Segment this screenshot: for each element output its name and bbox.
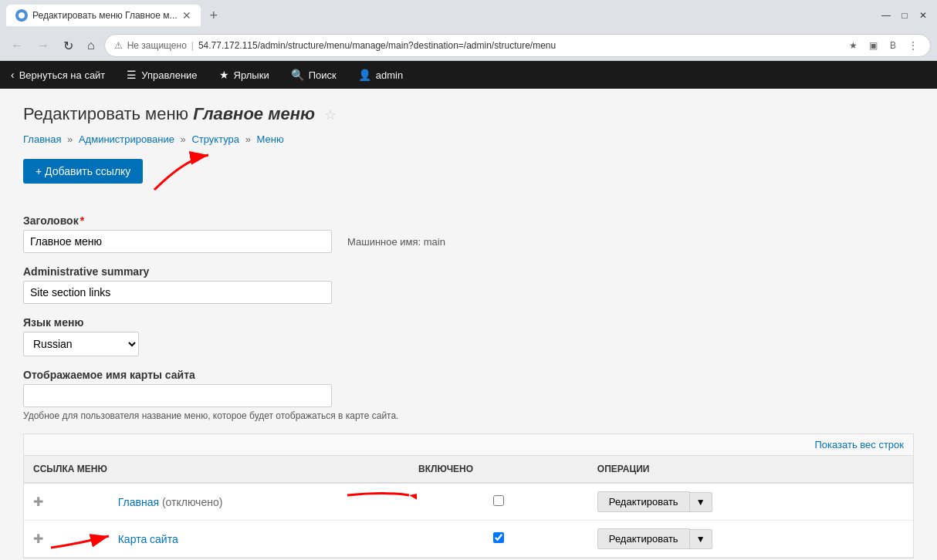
sitemap-input[interactable] (23, 384, 332, 407)
table-body: ✚ Главная (отключено) (24, 483, 913, 558)
title-input[interactable] (23, 230, 332, 253)
edit-dropdown-button-1[interactable]: ▼ (690, 492, 712, 512)
nav-user[interactable]: 👤 admin (347, 61, 414, 89)
profile-icon[interactable]: B (885, 38, 901, 53)
menu-link-sitemap[interactable]: Карта сайта (118, 533, 178, 545)
user-label: admin (376, 69, 403, 81)
tab-favicon (15, 9, 28, 22)
window-controls: — □ ✕ (878, 8, 931, 23)
breadcrumb: Главная » Администрирование » Структура … (23, 133, 914, 145)
form-group-sitemap: Отображаемое имя карты сайта Удобное для… (23, 369, 914, 421)
browser-tabs: Редактировать меню Главное м... ✕ + (6, 5, 224, 26)
table-row: ✚ Карта сайта (24, 521, 913, 558)
nav-manage[interactable]: ☰ Управление (116, 61, 208, 89)
breadcrumb-separator-3: » (245, 133, 254, 145)
browser-forward-button[interactable]: → (32, 35, 54, 56)
browser-reload-button[interactable]: ↻ (59, 35, 78, 56)
table-header: ССЫЛКА МЕНЮ ВКЛЮЧЕНО ОПЕРАЦИИ (24, 456, 913, 483)
shortcuts-icon: ★ (219, 69, 229, 81)
link-cell-2: Карта сайта (109, 521, 409, 558)
language-select[interactable]: Russian English (23, 332, 139, 356)
back-icon: ‹ (11, 69, 15, 81)
manage-icon: ☰ (127, 69, 137, 81)
browser-titlebar: Редактировать меню Главное м... ✕ + — □ … (0, 0, 937, 31)
table-row: ✚ Главная (отключено) (24, 483, 913, 521)
nav-shortcuts[interactable]: ★ Ярлыки (208, 61, 280, 89)
breadcrumb-admin[interactable]: Администрирование (79, 133, 174, 145)
favorite-star-icon[interactable]: ☆ (324, 107, 337, 123)
machine-name-label: Машинное имя: main (347, 236, 445, 248)
menu-link-home[interactable]: Главная (118, 496, 159, 508)
add-link-button[interactable]: + Добавить ссылку (23, 159, 143, 184)
drag-handle-icon-2[interactable]: ✚ (33, 532, 43, 545)
breadcrumb-separator-1: » (67, 133, 76, 145)
edit-btn-group-2: Редактировать ▼ (597, 528, 904, 549)
show-weights-link[interactable]: Показать вес строк (814, 439, 904, 450)
new-tab-button[interactable]: + (204, 6, 225, 25)
page-content: Редактировать меню Главное меню ☆ Главна… (0, 89, 937, 560)
summary-input[interactable] (23, 281, 332, 304)
add-link-section: + Добавить ссылку (23, 159, 143, 199)
col-ops-header: ОПЕРАЦИИ (588, 456, 913, 483)
col-link-header: ССЫЛКА МЕНЮ (24, 456, 409, 483)
form-group-title: Заголовок* Машинное имя: main (23, 214, 914, 253)
enabled-cell-2 (409, 521, 588, 558)
search-label: Поиск (309, 69, 337, 81)
link-cell-1: Главная (отключено) (109, 483, 409, 521)
bookmark-icon[interactable]: ★ (845, 38, 861, 53)
address-bar[interactable]: ⚠ Не защищено | 54.77.172.115/admin/stru… (104, 34, 931, 57)
enabled-checkbox-2[interactable] (493, 532, 504, 543)
extension-icon[interactable]: ▣ (865, 38, 881, 53)
window-maximize-button[interactable]: □ (897, 8, 912, 23)
browser-home-button[interactable]: ⌂ (83, 35, 100, 56)
window-minimize-button[interactable]: — (878, 8, 894, 23)
page-title-menu-name: Главное меню (193, 104, 315, 123)
sitemap-field-label: Отображаемое имя карты сайта (23, 369, 914, 381)
window-close-button[interactable]: ✕ (915, 8, 931, 23)
edit-button-2[interactable]: Редактировать (597, 528, 690, 549)
nav-back-to-site[interactable]: ‹ Вернуться на сайт (0, 61, 116, 89)
page-title-static: Редактировать меню (23, 104, 188, 123)
drag-handle-cell-1: ✚ (24, 483, 109, 521)
link-disabled-label-1: (отключено) (162, 496, 222, 508)
enabled-cell-1 (409, 483, 588, 521)
ops-cell-1: Редактировать ▼ (588, 483, 913, 521)
shortcuts-label: Ярлыки (234, 69, 269, 81)
address-bar-icons: ★ ▣ B ⋮ (845, 38, 921, 53)
secure-label: Не защищено (127, 40, 187, 51)
browser-back-button[interactable]: ← (6, 35, 28, 56)
back-to-site-label: Вернуться на сайт (19, 69, 106, 81)
form-group-language: Язык меню Russian English (23, 316, 914, 356)
drag-handle-icon-1[interactable]: ✚ (33, 495, 43, 508)
breadcrumb-home[interactable]: Главная (23, 133, 61, 145)
tab-title: Редактировать меню Главное м... (32, 10, 178, 21)
required-asterisk: * (80, 214, 84, 227)
browser-chrome: Редактировать меню Главное м... ✕ + — □ … (0, 0, 937, 61)
page-title: Редактировать меню Главное меню ☆ (23, 104, 914, 124)
drupal-admin-nav: ‹ Вернуться на сайт ☰ Управление ★ Ярлык… (0, 61, 937, 89)
edit-btn-group-1: Редактировать ▼ (597, 491, 904, 512)
title-field-label: Заголовок* (23, 214, 914, 227)
arrow-to-title (147, 151, 224, 197)
browser-addressbar: ← → ↻ ⌂ ⚠ Не защищено | 54.77.172.115/ad… (0, 31, 937, 60)
summary-field-label: Administrative summary (23, 265, 914, 278)
breadcrumb-structure[interactable]: Структура (191, 133, 239, 145)
browser-tab-active[interactable]: Редактировать меню Главное м... ✕ (6, 5, 201, 26)
tab-close-button[interactable]: ✕ (182, 9, 191, 22)
breadcrumb-menu[interactable]: Меню (257, 133, 284, 145)
menu-links-table-container: Показать вес строк ССЫЛКА МЕНЮ ВКЛЮЧЕНО … (23, 433, 914, 558)
enabled-checkbox-1[interactable] (493, 495, 504, 506)
nav-search[interactable]: 🔍 Поиск (280, 61, 347, 89)
edit-dropdown-button-2[interactable]: ▼ (690, 529, 712, 549)
address-separator: | (191, 40, 194, 51)
edit-button-1[interactable]: Редактировать (597, 491, 690, 512)
ops-cell-2: Редактировать ▼ (588, 521, 913, 558)
language-field-label: Язык меню (23, 316, 914, 329)
drag-handle-cell-2: ✚ (24, 521, 109, 558)
table-actions-bar: Показать вес строк (24, 434, 913, 456)
search-icon: 🔍 (291, 69, 304, 81)
menu-links-table: ССЫЛКА МЕНЮ ВКЛЮЧЕНО ОПЕРАЦИИ ✚ Главная … (24, 456, 913, 558)
form-group-summary: Administrative summary (23, 265, 914, 304)
breadcrumb-separator-2: » (181, 133, 189, 145)
menu-icon[interactable]: ⋮ (905, 38, 921, 53)
